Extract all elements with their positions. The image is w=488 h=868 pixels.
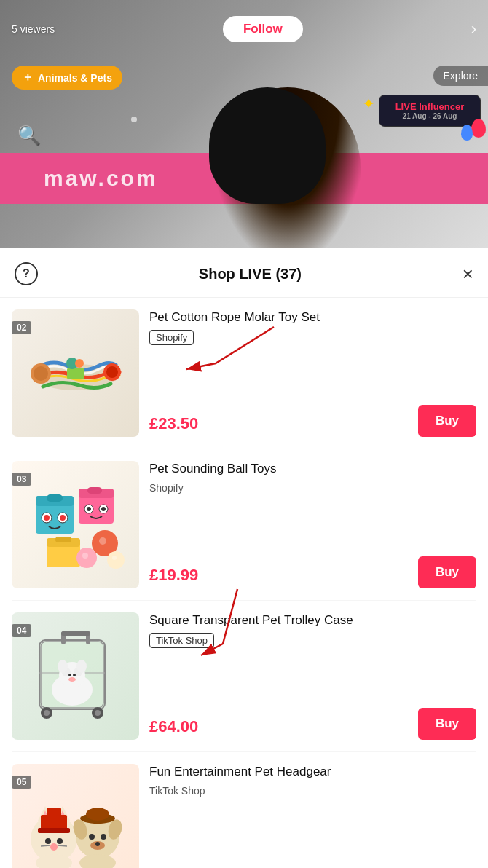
- shop-panel: ? Shop LIVE (37) × 02: [0, 248, 488, 868]
- svg-point-60: [45, 838, 51, 844]
- price-buy-row-03: £19.99 Buy: [149, 556, 476, 588]
- decoration-dot: [131, 117, 137, 122]
- svg-rect-5: [67, 368, 84, 379]
- svg-rect-25: [55, 537, 71, 542]
- live-top-bar: 5 viewers Follow ›: [0, 0, 488, 58]
- category-tag[interactable]: ＋ Animals & Pets: [12, 66, 122, 90]
- svg-point-49: [68, 677, 76, 682]
- live-influencer-title: LIVE Influencer: [388, 101, 471, 112]
- svg-rect-59: [47, 808, 61, 818]
- platform-badge-04: TikTok Shop: [149, 633, 214, 648]
- svg-rect-18: [87, 487, 102, 494]
- svg-point-29: [82, 553, 88, 559]
- product-num-03: 03: [12, 473, 31, 486]
- svg-point-2: [34, 366, 48, 381]
- decoration-star: ✦: [362, 95, 375, 114]
- hair-silhouette: [209, 87, 326, 204]
- svg-point-68: [89, 834, 95, 840]
- product-image-02: 02: [12, 309, 139, 437]
- close-live-button[interactable]: ›: [471, 20, 476, 39]
- rope-toy-illustration: [25, 323, 127, 425]
- product-list: 02: [0, 298, 488, 868]
- product-image-04: 04: [12, 612, 139, 740]
- product-name-03: Pet Sounding Ball Toys: [149, 461, 476, 477]
- svg-point-13: [44, 515, 50, 521]
- product-price-03: £19.99: [149, 566, 198, 585]
- live-influencer-badge: LIVE Influencer 21 Aug - 26 Aug: [379, 95, 481, 127]
- svg-point-7: [75, 359, 84, 368]
- product-num-04: 04: [12, 624, 31, 637]
- svg-point-62: [50, 843, 58, 851]
- live-influencer-date: 21 Aug - 26 Aug: [388, 112, 471, 120]
- svg-point-71: [95, 842, 100, 846]
- buy-button-03[interactable]: Buy: [418, 556, 476, 588]
- platform-badge-02: Shopify: [149, 330, 194, 345]
- svg-point-31: [112, 556, 117, 560]
- svg-rect-37: [61, 631, 90, 636]
- buy-button-04[interactable]: Buy: [418, 708, 476, 740]
- product-details-05: Fun Entertainment Pet Headgear TikTok Sh…: [149, 764, 476, 868]
- product-details-04: Square Transparent Pet Trolley Case TikT…: [149, 612, 476, 740]
- shop-header: ? Shop LIVE (37) ×: [0, 248, 488, 298]
- svg-point-51: [76, 660, 87, 673]
- svg-point-40: [44, 710, 50, 716]
- svg-point-30: [107, 551, 125, 569]
- platform-wrapper-03: Shopify: [149, 481, 476, 494]
- search-icon: 🔍: [13, 119, 45, 151]
- svg-point-69: [101, 834, 106, 840]
- product-item: 05: [12, 752, 476, 868]
- product-image-03: 03: [12, 461, 139, 588]
- svg-point-42: [95, 710, 101, 716]
- price-buy-row-02: £23.50 Buy: [149, 405, 476, 437]
- category-label: Animals & Pets: [38, 72, 112, 84]
- website-text: maw.com: [44, 166, 158, 191]
- platform-wrapper-02: Shopify: [149, 330, 476, 345]
- svg-rect-58: [38, 828, 70, 833]
- balloon-blue: [461, 125, 473, 141]
- svg-rect-67: [86, 808, 109, 821]
- live-video-section: 🔍 maw.com 5 viewers Follow › ＋ Animals &…: [0, 0, 488, 248]
- help-icon[interactable]: ?: [15, 262, 38, 285]
- explore-button[interactable]: Explore: [433, 66, 488, 86]
- headgear-illustration: [25, 777, 127, 869]
- product-num-05: 05: [12, 776, 31, 789]
- svg-rect-11: [47, 494, 63, 502]
- svg-line-63: [41, 845, 50, 846]
- product-price-04: £64.00: [149, 717, 198, 736]
- shop-title: Shop LIVE (37): [199, 266, 302, 283]
- svg-point-75: [79, 854, 116, 869]
- svg-point-47: [68, 674, 71, 676]
- svg-point-20: [87, 507, 91, 511]
- platform-wrapper-05: TikTok Shop: [149, 784, 476, 797]
- product-item: 03: [12, 449, 476, 601]
- close-shop-button[interactable]: ×: [463, 264, 473, 283]
- product-item: 04: [12, 601, 476, 752]
- product-image-05: 05: [12, 764, 139, 868]
- svg-point-15: [60, 515, 66, 521]
- ball-toy-illustration: [25, 474, 127, 576]
- price-buy-row-04: £64.00 Buy: [149, 708, 476, 740]
- product-item: 02: [12, 298, 476, 449]
- follow-button[interactable]: Follow: [223, 16, 303, 42]
- svg-point-61: [57, 838, 63, 844]
- buy-button-02[interactable]: Buy: [418, 405, 476, 437]
- svg-point-22: [101, 507, 106, 511]
- product-name-02: Pet Cotton Rope Molar Toy Set: [149, 309, 476, 326]
- svg-point-4: [106, 366, 118, 378]
- trolley-illustration: [25, 626, 127, 727]
- svg-point-27: [99, 537, 106, 545]
- svg-point-48: [73, 674, 76, 676]
- product-price-02: £23.50: [149, 414, 198, 433]
- svg-point-50: [58, 660, 68, 673]
- platform-text-03: Shopify: [149, 482, 184, 494]
- viewers-count: 5 viewers: [12, 23, 55, 35]
- product-name-05: Fun Entertainment Pet Headgear: [149, 764, 476, 780]
- balloon-red: [471, 119, 486, 138]
- product-name-04: Square Transparent Pet Trolley Case: [149, 612, 476, 628]
- product-num-02: 02: [12, 321, 31, 334]
- category-plus-icon: ＋: [22, 70, 34, 85]
- product-details-03: Pet Sounding Ball Toys Shopify £19.99 Bu…: [149, 461, 476, 588]
- viewers-badge: 5 viewers: [12, 23, 55, 35]
- product-details-02: Pet Cotton Rope Molar Toy Set Shopify £2…: [149, 309, 476, 437]
- platform-text-05: TikTok Shop: [149, 785, 205, 797]
